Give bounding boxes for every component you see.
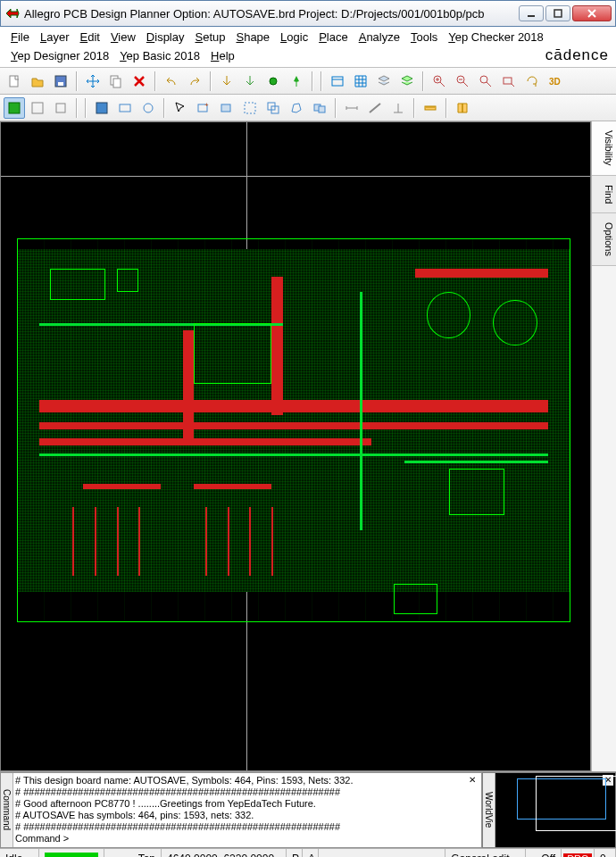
ruler-icon[interactable]	[420, 97, 441, 119]
menu-analyze[interactable]: Analyze	[354, 29, 405, 46]
worldview-panel[interactable]: WorldVie ✕	[482, 772, 616, 848]
tab-visibility[interactable]: Visibility	[592, 121, 616, 176]
progress-bar	[45, 853, 98, 858]
status-drc-badge[interactable]: DRC	[562, 849, 595, 857]
line-icon[interactable]	[364, 97, 386, 119]
down-arrow2-icon[interactable]	[239, 71, 261, 92]
svg-rect-1	[554, 10, 562, 17]
svg-line-19	[487, 82, 491, 87]
menu-shape[interactable]: Shape	[230, 29, 275, 46]
new-icon[interactable]	[4, 71, 25, 92]
zoom-in-icon[interactable]	[429, 71, 450, 92]
menu-setup[interactable]: Setup	[190, 29, 231, 46]
polygon-icon[interactable]	[286, 97, 307, 119]
open-icon[interactable]	[27, 71, 48, 92]
bottom-panels: Command ✕ # This design board name: AUTO…	[0, 771, 616, 848]
console-line: # This design board name: AUTOSAVE, Symb…	[15, 775, 478, 786]
push-icon[interactable]	[262, 71, 284, 92]
svg-line-16	[463, 82, 468, 87]
svg-rect-4	[10, 76, 18, 87]
main-area: Visibility Find Options	[0, 121, 616, 771]
worldview-tab-label[interactable]: WorldVie	[483, 773, 495, 847]
menu-edit[interactable]: Edit	[75, 29, 105, 46]
menu-place[interactable]: Place	[313, 29, 354, 46]
select-icon[interactable]	[170, 97, 191, 119]
console-close-icon[interactable]: ✕	[469, 775, 479, 786]
add-rect-icon[interactable]: +	[193, 97, 214, 119]
console-line: # ######################################…	[15, 786, 478, 798]
zoom-fit-icon[interactable]	[475, 71, 496, 92]
rect-icon[interactable]	[114, 97, 136, 119]
title-bar: Allegro PCB Design Planner Option: AUTOS…	[0, 0, 616, 27]
copy-rect-icon[interactable]	[262, 97, 284, 119]
svg-rect-25	[56, 104, 65, 112]
pcb-board	[17, 238, 570, 622]
status-layer[interactable]: Top	[104, 849, 162, 857]
status-coords[interactable]: 4640.0000, 6220.0000	[162, 849, 287, 857]
status-a-button[interactable]: A	[303, 849, 319, 857]
grid-icon[interactable]	[350, 71, 371, 92]
move-icon[interactable]	[82, 71, 104, 92]
layer-icon[interactable]	[373, 71, 395, 92]
svg-text:+: +	[204, 101, 209, 109]
3d-icon[interactable]: 3D	[545, 71, 566, 92]
menu-yep-basic-2018[interactable]: Yep Basic 2018	[114, 47, 205, 64]
book-icon[interactable]	[452, 97, 473, 119]
dim-icon[interactable]	[341, 97, 362, 119]
outline-sq-icon[interactable]	[27, 97, 48, 119]
minimize-button[interactable]	[519, 5, 544, 21]
circle-icon[interactable]	[137, 97, 159, 119]
window-icon[interactable]	[327, 71, 348, 92]
outline-icon[interactable]	[239, 97, 261, 119]
layer2-icon[interactable]	[396, 71, 418, 92]
status-drc-off[interactable]: Off	[526, 849, 562, 857]
menu-tools[interactable]: Tools	[405, 29, 443, 46]
refresh-icon[interactable]	[521, 71, 543, 92]
command-prompt[interactable]: Command >	[15, 833, 478, 845]
status-drc-count: 0	[595, 849, 616, 857]
app-icon	[4, 5, 21, 21]
status-p-button[interactable]: P	[287, 849, 303, 857]
svg-rect-36	[319, 106, 325, 112]
layer-square-icon[interactable]	[4, 97, 25, 119]
menu-view[interactable]: View	[105, 29, 141, 46]
undo-icon[interactable]	[161, 71, 182, 92]
console-tab-label[interactable]: Command	[1, 773, 13, 847]
side-panel-tabs: Visibility Find Options	[591, 121, 616, 771]
tab-find[interactable]: Find	[592, 176, 616, 213]
svg-line-14	[440, 82, 445, 87]
zoom-window-icon[interactable]	[498, 71, 520, 92]
merge-icon[interactable]	[309, 97, 330, 119]
pcb-canvas[interactable]	[0, 121, 591, 771]
pin-icon[interactable]	[286, 71, 307, 92]
menu-help[interactable]: Help	[205, 47, 240, 64]
tab-options[interactable]: Options	[592, 213, 616, 266]
toolbar-shape: +	[0, 95, 616, 121]
svg-point-18	[480, 76, 487, 83]
svg-rect-24	[32, 103, 43, 113]
menu-logic[interactable]: Logic	[275, 29, 313, 46]
menu-yep-checker-2018[interactable]: Yep Checker 2018	[443, 29, 549, 46]
menu-display[interactable]: Display	[141, 29, 190, 46]
worldview-viewport-rect	[536, 776, 616, 831]
delete-icon[interactable]	[129, 71, 150, 92]
maximize-button[interactable]	[545, 5, 570, 21]
menu-file[interactable]: File	[5, 29, 35, 46]
svg-point-28	[144, 104, 153, 112]
copy-icon[interactable]	[105, 71, 127, 92]
save-icon[interactable]	[50, 71, 71, 92]
svg-point-9	[270, 78, 277, 85]
fill-sq-icon[interactable]	[91, 97, 112, 119]
redo-icon[interactable]	[184, 71, 205, 92]
outline-sq2-icon[interactable]	[50, 97, 71, 119]
menu-layer[interactable]: Layer	[35, 29, 75, 46]
menu-yep-designer-2018[interactable]: Yep Designer 2018	[5, 47, 114, 64]
perp-icon[interactable]	[387, 97, 409, 119]
close-button[interactable]	[572, 5, 612, 21]
down-arrow-icon[interactable]	[216, 71, 237, 92]
zoom-out-icon[interactable]	[452, 71, 473, 92]
command-console[interactable]: Command ✕ # This design board name: AUTO…	[0, 772, 482, 848]
status-mode[interactable]: General edit	[445, 849, 526, 857]
window-title: Allegro PCB Design Planner Option: AUTOS…	[24, 7, 519, 21]
add-rect2-icon[interactable]	[216, 97, 237, 119]
